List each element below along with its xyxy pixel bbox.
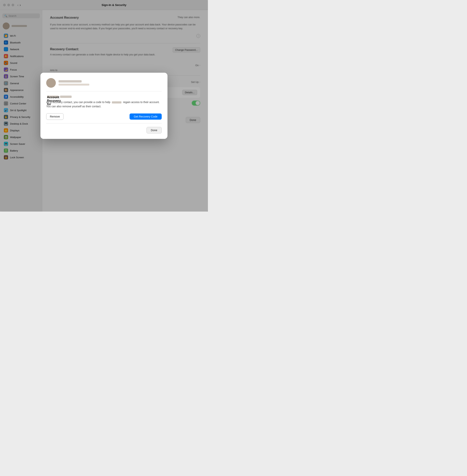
modal-user-name <box>59 80 82 83</box>
modal-user-email <box>59 84 89 86</box>
modal-section-title: Account Recovery for <box>46 95 162 98</box>
modal-user-avatar <box>46 78 56 88</box>
modal-user-info <box>59 80 89 86</box>
modal-body-text: As a recovery contact, you can provide a… <box>46 100 162 109</box>
modal-dialog: Account Recovery for As a recovery conta… <box>40 73 168 139</box>
modal-done-button[interactable]: Done <box>146 127 162 134</box>
get-recovery-code-button[interactable]: Get Recovery Code <box>130 113 162 120</box>
modal-action-buttons: Remove Get Recovery Code <box>46 113 162 120</box>
modal-overlay[interactable]: Account Recovery for As a recovery conta… <box>0 0 208 212</box>
modal-user-row <box>46 78 162 91</box>
modal-done-row: Done <box>46 127 162 134</box>
main-window: ‹ › Sign-In & Security 🔍 Search 📶 Wi-Fi <box>0 0 208 212</box>
modal-body-name-blur <box>112 101 121 103</box>
modal-person-name-blur <box>60 96 72 98</box>
remove-button[interactable]: Remove <box>46 113 64 120</box>
modal-divider <box>46 123 162 124</box>
